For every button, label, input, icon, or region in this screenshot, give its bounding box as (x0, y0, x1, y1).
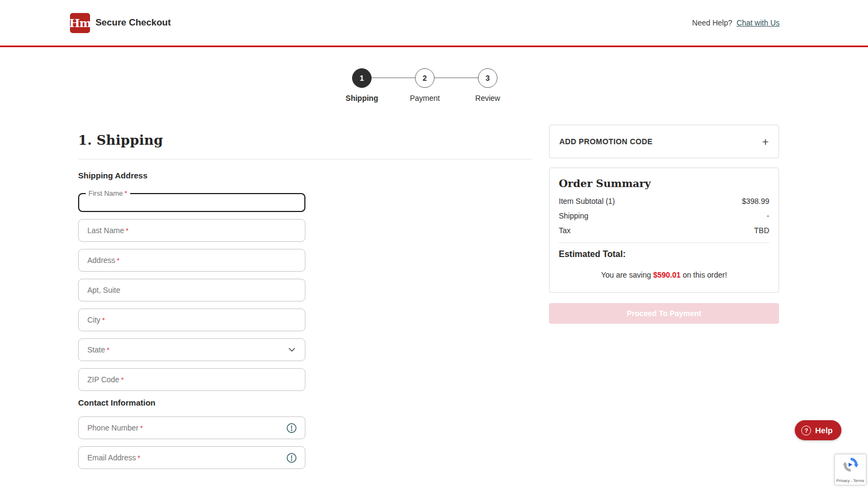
order-summary-title: Order Summary (559, 177, 769, 189)
city-label: City* (87, 316, 105, 324)
phone-number-field[interactable]: Phone Number* (78, 416, 305, 439)
state-select[interactable]: State* (78, 338, 305, 361)
zip-code-label: ZIP Code* (87, 375, 124, 384)
first-name-label: First Name* (86, 189, 130, 197)
chevron-down-icon (286, 344, 297, 355)
checkout-stepper: 1 Shipping 2 Payment 3 Review (0, 68, 868, 103)
contact-information-label: Contact Information (78, 398, 533, 407)
step-review-label: Review (475, 94, 500, 102)
tax-label: Tax (559, 226, 571, 235)
help-area: Need Help? Chat with Us (692, 18, 780, 27)
state-label: State* (87, 345, 110, 354)
main-content: 1. Shipping Shipping Address First Name*… (0, 125, 868, 476)
summary-row-subtotal: Item Subtotal (1) $398.99 (559, 197, 769, 206)
chat-with-us-link[interactable]: Chat with Us (737, 18, 780, 27)
recaptcha-badge[interactable]: Privacy - Terms (834, 454, 866, 485)
info-alert-icon[interactable] (286, 422, 297, 434)
last-name-label: Last Name* (87, 226, 129, 235)
step-review[interactable]: 3 Review (478, 68, 497, 88)
subtotal-label: Item Subtotal (1) (559, 197, 615, 206)
address-label: Address* (87, 256, 119, 265)
apt-suite-label: Apt, Suite (87, 286, 120, 294)
step-shipping-circle[interactable]: 1 (352, 68, 372, 88)
need-help-text: Need Help? (692, 18, 732, 27)
help-button[interactable]: ? Help (795, 420, 841, 440)
address-field[interactable]: Address* (78, 249, 305, 272)
last-name-field[interactable]: Last Name* (78, 219, 305, 242)
email-address-label: Email Address* (87, 453, 141, 462)
savings-amount: $590.01 (653, 271, 681, 279)
summary-row-tax: Tax TBD (559, 226, 769, 235)
step-payment-circle[interactable]: 2 (415, 68, 435, 88)
tax-value: TBD (754, 226, 769, 235)
zip-code-field[interactable]: ZIP Code* (78, 368, 305, 391)
question-mark-icon: ? (801, 426, 811, 435)
step-payment[interactable]: 2 Payment (415, 68, 435, 88)
recaptcha-privacy-terms[interactable]: Privacy - Terms (837, 478, 865, 483)
shipping-cost-value: - (767, 211, 769, 220)
proceed-to-payment-button[interactable]: Proceed To Payment (549, 303, 779, 324)
brand-logo[interactable]: Hm (70, 13, 90, 33)
phone-number-label: Phone Number* (87, 423, 143, 432)
subtotal-value: $398.99 (742, 197, 769, 206)
estimated-total-label: Estimated Total: (559, 249, 769, 259)
step-shipping-label: Shipping (346, 94, 378, 102)
summary-divider (559, 242, 769, 243)
step-payment-label: Payment (410, 94, 439, 102)
step-review-circle[interactable]: 3 (478, 68, 497, 88)
order-summary-card: Order Summary Item Subtotal (1) $398.99 … (549, 168, 779, 293)
help-button-label: Help (815, 426, 833, 435)
header: Hm Secure Checkout Need Help? Chat with … (0, 0, 868, 46)
shipping-cost-label: Shipping (559, 211, 589, 220)
step-shipping[interactable]: 1 Shipping (352, 68, 372, 88)
recaptcha-icon (843, 457, 859, 473)
first-name-field[interactable]: First Name* (78, 189, 305, 212)
header-divider (0, 46, 868, 47)
city-field[interactable]: City* (78, 309, 305, 331)
shipping-section: 1. Shipping Shipping Address First Name*… (78, 125, 533, 476)
shipping-heading: 1. Shipping (78, 132, 533, 148)
info-alert-icon[interactable] (286, 452, 297, 464)
apt-suite-field[interactable]: Apt, Suite (78, 279, 305, 301)
shipping-address-label: Shipping Address (78, 171, 533, 180)
summary-row-shipping: Shipping - (559, 211, 769, 220)
savings-message: You are saving $590.01 on this order! (559, 271, 769, 279)
section-divider (78, 159, 533, 159)
promo-code-label: ADD PROMOTION CODE (559, 137, 653, 146)
order-summary-section: ADD PROMOTION CODE + Order Summary Item … (549, 125, 779, 324)
page-title: Secure Checkout (95, 17, 171, 28)
plus-icon[interactable]: + (762, 136, 769, 147)
email-address-field[interactable]: Email Address* (78, 446, 305, 469)
add-promotion-code[interactable]: ADD PROMOTION CODE + (549, 125, 779, 158)
brand-logo-text: Hm (69, 16, 91, 30)
